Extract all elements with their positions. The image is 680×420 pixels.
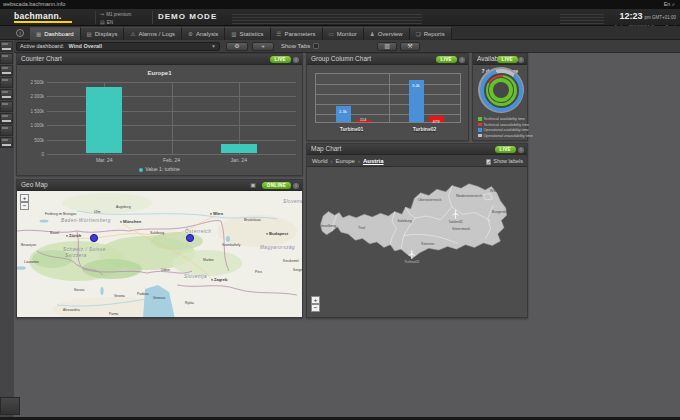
edit-tools-button[interactable]: ⚒ bbox=[400, 42, 420, 51]
minimized-widget-tile-bottom[interactable] bbox=[0, 397, 20, 415]
tab-label: Analysis bbox=[196, 31, 218, 37]
city-label-z-rich: Zürich bbox=[69, 233, 82, 238]
country-label-schweiz-suisse: Schweiz / Suisse bbox=[63, 247, 106, 252]
bar-jan-24[interactable] bbox=[221, 144, 257, 153]
live-badge[interactable]: LIVE bbox=[497, 56, 518, 63]
dashboard-icon: ▦ bbox=[36, 31, 41, 37]
zoom-in-button[interactable]: + bbox=[311, 296, 320, 304]
displays-icon: ▤ bbox=[87, 31, 92, 37]
nav-tabs: ▦Dashboard▤Displays⚠Alarms / Logs⚙Analys… bbox=[30, 27, 452, 40]
legend-swatch bbox=[478, 123, 482, 127]
region-label-salzburg: Salzburg bbox=[397, 219, 412, 223]
geo-map-canvas[interactable]: ÖsterreichSchweiz / SuisseSvizzeraMagyar… bbox=[17, 191, 302, 317]
breadcrumb-world[interactable]: World bbox=[312, 158, 328, 164]
active-dashboard-select[interactable]: Active dashboard: Wind Overall ▼ bbox=[16, 42, 220, 51]
plus-icon: + bbox=[261, 43, 265, 49]
live-badge[interactable]: LIVE bbox=[436, 56, 457, 63]
zoom-in-button[interactable]: + bbox=[20, 194, 29, 202]
tab-parameters[interactable]: ☰Parameters bbox=[271, 27, 323, 40]
map-chart-panel: Map Chart LIVE i World›Europe›Austria ✓S… bbox=[306, 143, 528, 318]
badge-info-icon[interactable]: i bbox=[293, 57, 299, 63]
dashboard-settings-button[interactable]: ⚙ bbox=[226, 42, 248, 51]
city-label-bratislava: Bratislava bbox=[244, 218, 262, 222]
counter-chart-legend[interactable]: Value 1: turbine bbox=[17, 166, 302, 172]
minimized-widget-tile[interactable] bbox=[0, 113, 13, 124]
counter-chart-plot: 0500k1 000k1 500k2 000k2 500k bbox=[47, 82, 296, 154]
geo-site-marker-1[interactable] bbox=[90, 234, 97, 241]
badge-info-icon[interactable]: i bbox=[518, 57, 524, 63]
tab-statistics[interactable]: ▥Statistics bbox=[225, 27, 270, 40]
austria-map[interactable]: OberösterreichNiederösterreichWienBurgen… bbox=[307, 167, 527, 317]
legend-swatch bbox=[478, 117, 482, 121]
bar-mar-24[interactable] bbox=[86, 87, 122, 153]
minimized-widget-tile[interactable] bbox=[0, 137, 13, 148]
tab-label: Overview bbox=[378, 31, 403, 37]
info-icon[interactable]: i bbox=[16, 29, 24, 37]
group-category-label: Turbine01 bbox=[340, 126, 364, 132]
zoom-out-button[interactable]: − bbox=[311, 304, 320, 312]
austria-svg: OberösterreichNiederösterreichWienBurgen… bbox=[315, 171, 521, 279]
group-chart-plot: 1.3k1143.4k479 bbox=[315, 73, 461, 123]
search-icon[interactable]: ⌕ bbox=[672, 1, 675, 7]
minimized-widget-tile[interactable] bbox=[0, 101, 13, 112]
group-chart-title: Group Column Chart bbox=[311, 55, 371, 62]
tab-overview[interactable]: ♟Overview bbox=[364, 27, 410, 40]
tab-label: Statistics bbox=[240, 31, 264, 37]
x-tick-label: Mar. 24 bbox=[96, 157, 113, 163]
tab-displays[interactable]: ▤Displays bbox=[81, 27, 125, 40]
tab-alarms-logs[interactable]: ⚠Alarms / Logs bbox=[124, 27, 182, 40]
badge-info-icon[interactable]: i bbox=[518, 147, 524, 153]
city-dot bbox=[120, 221, 122, 223]
minimized-widget-tile[interactable] bbox=[0, 125, 13, 136]
live-badge[interactable]: LIVE bbox=[270, 56, 291, 63]
city-label-szombathely: Szombathely bbox=[222, 243, 241, 247]
bar-value-label: 114 bbox=[360, 117, 367, 122]
live-badge[interactable]: LIVE bbox=[495, 146, 516, 153]
map-chart-title: Map Chart bbox=[311, 145, 341, 152]
minimized-widget-tile[interactable] bbox=[0, 53, 13, 64]
zoom-out-button[interactable]: − bbox=[20, 202, 29, 210]
tab-reports[interactable]: ❏Reports bbox=[410, 27, 452, 40]
city-label-m-nchen: München bbox=[123, 219, 142, 224]
badge-info-icon[interactable]: i bbox=[293, 183, 299, 189]
add-dashboard-button[interactable]: + bbox=[252, 42, 274, 51]
geo-site-marker-2[interactable] bbox=[186, 234, 193, 241]
country-label-slovensko: Slovensko bbox=[283, 199, 302, 204]
show-labels-checkbox[interactable]: ✓ bbox=[486, 159, 492, 165]
city-label-szeged: Szeged bbox=[293, 268, 302, 272]
minimized-widget-tile[interactable] bbox=[0, 65, 13, 76]
minimized-widget-tile[interactable] bbox=[0, 89, 13, 100]
breadcrumb-austria[interactable]: Austria bbox=[363, 158, 384, 164]
legend-dot bbox=[139, 168, 143, 172]
tab-dashboard[interactable]: ▦Dashboard bbox=[30, 27, 81, 40]
tab-monitor[interactable]: ▭Monitor bbox=[323, 27, 364, 40]
region-label-k-rnten: Kärnten bbox=[421, 242, 434, 246]
tab-analysis[interactable]: ⚙Analysis bbox=[182, 27, 225, 40]
parameters-icon: ☰ bbox=[277, 31, 282, 37]
bachmann-logo: bachmann. bbox=[14, 11, 62, 21]
snapshot-icon[interactable]: ▣ bbox=[250, 182, 256, 189]
city-label-verona: Verona bbox=[114, 294, 125, 298]
badge-info-icon[interactable]: i bbox=[459, 57, 465, 63]
legend-item-operational-unavailability-time: Operational unavailability time bbox=[478, 134, 525, 140]
browser-lang-label[interactable]: En bbox=[664, 1, 671, 7]
show-tabs-checkbox[interactable] bbox=[313, 43, 319, 49]
online-badge[interactable]: ONLINE bbox=[262, 182, 291, 189]
minimized-widget-tile[interactable] bbox=[0, 77, 13, 88]
logo-accent-bar bbox=[14, 21, 72, 23]
city-label-padova: Padova bbox=[137, 292, 149, 296]
logout-icon[interactable]: ↪ bbox=[100, 11, 104, 17]
breadcrumb-europe[interactable]: Europe bbox=[336, 158, 355, 164]
minimized-widget-tile[interactable] bbox=[0, 41, 13, 52]
gridline bbox=[239, 82, 240, 154]
layout-button[interactable]: ▥ bbox=[377, 42, 397, 51]
group-column-chart-panel: Group Column Chart LIVE i 1.3k1143.4k479… bbox=[306, 53, 469, 141]
reports-icon: ❏ bbox=[416, 31, 421, 37]
license-label: M1 premium bbox=[106, 12, 131, 17]
bar-value-label: 479 bbox=[433, 119, 440, 124]
language-label[interactable]: EN bbox=[107, 20, 113, 25]
language-icon[interactable]: ▤ bbox=[100, 19, 105, 25]
city-label-rijeka: Rijeka bbox=[185, 301, 194, 305]
alarms-logs-icon: ⚠ bbox=[130, 31, 135, 37]
geo-map-header: Geo Map ▣ ONLINE i bbox=[17, 180, 302, 191]
